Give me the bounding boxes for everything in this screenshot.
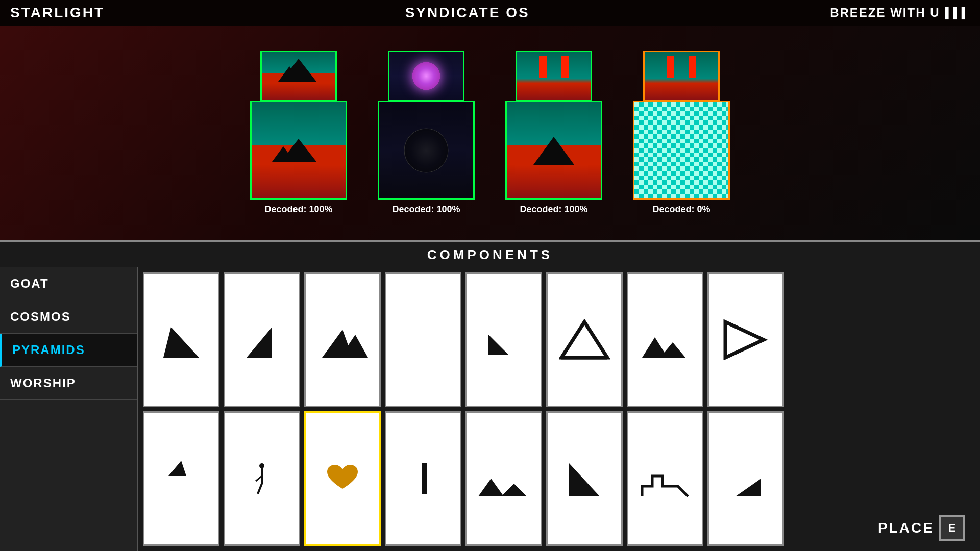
decoded-panel-2: Decoded: 100% <box>378 51 475 215</box>
card-art-2-small <box>389 52 463 100</box>
card-art-2-large <box>379 102 473 198</box>
small-card-2[interactable] <box>388 51 464 102</box>
header-right: BREEZE WITH U ▌▌▌ <box>830 6 970 20</box>
decoded-label-4: Decoded: 0% <box>652 204 710 215</box>
header-center-title: SYNDICATE OS <box>405 5 530 21</box>
card-art-4-large <box>634 102 728 198</box>
svg-marker-5 <box>561 322 607 358</box>
grid-cell-2-7[interactable] <box>627 411 703 546</box>
place-label: PLACE <box>878 520 934 536</box>
svg-marker-4 <box>488 335 509 355</box>
decoded-label-1: Decoded: 100% <box>264 204 332 215</box>
decoded-panel-3: Decoded: 100% <box>505 51 602 215</box>
header-left-title: STARLIGHT <box>10 5 105 21</box>
svg-marker-8 <box>660 342 685 358</box>
grid-cell-1-2[interactable] <box>224 272 300 407</box>
sidebar: GOAT COSMOS PYRAMIDS WORSHIP <box>0 267 138 551</box>
place-button-area: PLACE E <box>878 515 965 541</box>
grid-row-2 <box>143 411 975 546</box>
now-playing-title: BREEZE WITH U <box>830 6 940 20</box>
card-art-3-large <box>507 102 601 198</box>
decoded-label-2: Decoded: 100% <box>392 204 460 215</box>
grid-cell-2-5[interactable] <box>465 411 542 546</box>
audio-icon: ▌▌▌ <box>945 7 970 19</box>
grid-cell-2-8[interactable] <box>707 411 784 546</box>
svg-marker-0 <box>163 327 199 358</box>
sidebar-item-pyramids[interactable]: PYRAMIDS <box>0 334 137 367</box>
header: STARLIGHT SYNDICATE OS BREEZE WITH U ▌▌▌ <box>0 0 980 26</box>
large-card-1[interactable] <box>250 101 347 200</box>
svg-point-11 <box>259 463 264 468</box>
decoded-panel-4: Decoded: 0% <box>633 51 730 215</box>
grid-cell-1-6[interactable] <box>546 272 623 407</box>
grid-cell-2-6[interactable] <box>546 411 623 546</box>
grid-cell-1-5[interactable] <box>465 272 542 407</box>
grid-cell-2-1[interactable] <box>143 411 219 546</box>
grid-cell-1-4[interactable] <box>385 272 461 407</box>
svg-line-14 <box>258 484 262 494</box>
decoded-label-3: Decoded: 100% <box>520 204 587 215</box>
card-art-3-small <box>517 52 591 100</box>
svg-marker-9 <box>725 322 764 358</box>
large-card-4[interactable] <box>633 101 730 200</box>
components-body: GOAT COSMOS PYRAMIDS WORSHIP <box>0 267 980 551</box>
sidebar-item-goat[interactable]: GOAT <box>0 267 137 300</box>
svg-marker-17 <box>501 484 527 496</box>
grid-cell-2-2[interactable] <box>224 411 300 546</box>
svg-marker-18 <box>569 463 600 496</box>
card-art-4-small <box>645 52 718 100</box>
grid-cell-2-3[interactable] <box>304 411 381 546</box>
svg-marker-19 <box>736 479 761 496</box>
large-card-3[interactable] <box>505 101 602 200</box>
card-art-1-small <box>262 52 335 100</box>
svg-rect-15 <box>422 463 427 494</box>
large-card-2[interactable] <box>378 101 475 200</box>
card-art-1-large <box>252 102 346 198</box>
grid-cell-1-3[interactable] <box>304 272 381 407</box>
svg-marker-10 <box>168 461 186 476</box>
grid-cell-2-4[interactable] <box>385 411 461 546</box>
grid-cell-1-1[interactable] <box>143 272 219 407</box>
grid-area <box>138 267 980 551</box>
svg-marker-16 <box>478 479 504 496</box>
grid-row-1 <box>143 272 975 407</box>
sidebar-item-cosmos[interactable]: COSMOS <box>0 300 137 334</box>
svg-marker-1 <box>247 327 272 358</box>
sidebar-item-worship[interactable]: WORSHIP <box>0 367 137 400</box>
components-section: COMPONENTS GOAT COSMOS PYRAMIDS WORSHIP <box>0 242 980 551</box>
components-header: COMPONENTS <box>0 242 980 267</box>
small-card-4[interactable] <box>643 51 720 102</box>
place-key[interactable]: E <box>939 515 965 541</box>
grid-cell-1-8[interactable] <box>707 272 784 407</box>
grid-cell-1-7[interactable] <box>627 272 703 407</box>
small-card-1[interactable] <box>260 51 337 102</box>
top-section: Decoded: 100% Decoded: 100% Decoded: 100… <box>0 26 980 240</box>
decoded-panel-1: Decoded: 100% <box>250 51 347 215</box>
small-card-3[interactable] <box>516 51 592 102</box>
